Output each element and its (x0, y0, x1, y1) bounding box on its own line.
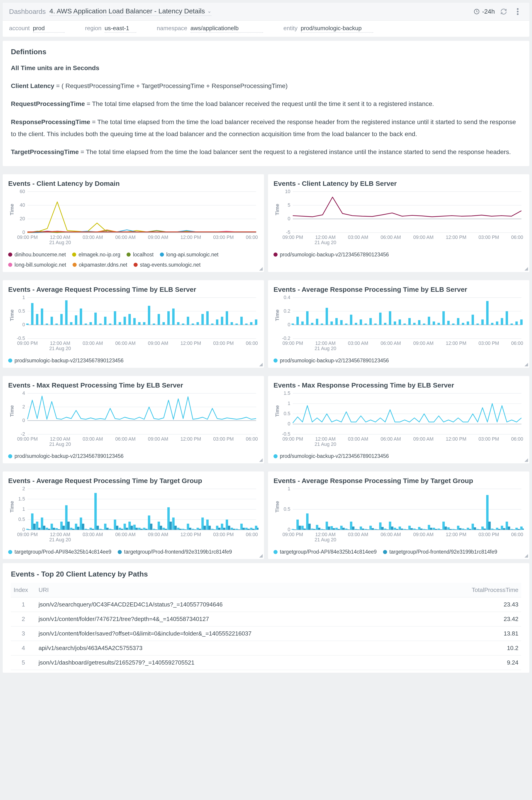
legend-item[interactable]: prod/sumologic-backup-v2/123456789012345… (8, 453, 124, 459)
svg-rect-352 (340, 526, 343, 530)
legend-item[interactable]: dinihou.bounceme.net (8, 252, 66, 258)
svg-text:12:00 PM: 12:00 PM (180, 340, 201, 346)
refresh-button[interactable] (498, 6, 509, 17)
more-menu-button[interactable] (513, 6, 523, 17)
panel-title: Events - Average Request Processing Time… (8, 477, 259, 485)
resize-handle-icon[interactable]: ◢ (259, 266, 263, 271)
svg-rect-150 (418, 320, 421, 325)
filter-account[interactable]: account prod (9, 25, 64, 33)
svg-text:-0.5: -0.5 (282, 431, 290, 436)
panel-avg-req-tg: Events - Average Request Processing Time… (3, 471, 264, 559)
svg-text:09:00 PM: 09:00 PM (17, 532, 38, 537)
svg-rect-403 (357, 529, 359, 530)
col-uri[interactable]: URI (36, 583, 428, 597)
filter-region[interactable]: region us-east-1 (85, 25, 136, 33)
svg-rect-246 (104, 524, 107, 530)
svg-text:03:00 AM: 03:00 AM (348, 436, 368, 441)
svg-rect-96 (211, 323, 214, 325)
legend-item[interactable]: long-bill.sumologic.net (8, 262, 66, 268)
legend-item[interactable]: targetgroup/Prod-API/84e325b14c814ee9 (273, 549, 377, 555)
dashboard-title-dropdown[interactable]: 4. AWS Application Load Balancer - Laten… (50, 7, 211, 16)
filter-value[interactable]: aws/applicationelb (190, 25, 263, 33)
svg-rect-250 (124, 524, 126, 530)
svg-text:21 Aug 20: 21 Aug 20 (315, 442, 336, 447)
term-def: = ( RequestProcessingTime + TargetProces… (54, 82, 287, 89)
chart[interactable]: Time-202409:00 PM12:00 AM21 Aug 2003:00 … (8, 391, 259, 449)
svg-text:06:00 PM: 06:00 PM (246, 340, 259, 346)
legend-item[interactable]: stag-events.sumologic.net (134, 262, 201, 268)
table-row[interactable]: 1json/v2/searchquery/0C43F4ACD2ED4C1A/st… (11, 597, 521, 612)
svg-point-2 (517, 11, 519, 13)
resize-handle-icon[interactable]: ◢ (525, 553, 528, 558)
filter-namespace[interactable]: namespace aws/applicationelb (157, 25, 263, 33)
legend-item[interactable]: prod/sumologic-backup-v2/123456789012345… (273, 453, 389, 459)
svg-rect-245 (99, 529, 102, 530)
table-row[interactable]: 2json/v1/content/folder/7476721/tree?dep… (11, 612, 521, 627)
resize-handle-icon[interactable]: ◢ (259, 457, 263, 462)
svg-text:1: 1 (22, 295, 25, 300)
resize-handle-icon[interactable]: ◢ (525, 457, 528, 462)
table-row[interactable]: 5json/v1/dashboard/getresults/21652579?_… (11, 655, 521, 670)
chart[interactable]: Time-5051009:00 PM12:00 AM21 Aug 2003:00… (273, 189, 524, 247)
chart[interactable]: Time020406009:00 PM12:00 AM21 Aug 2003:0… (8, 189, 259, 247)
svg-text:1.5: 1.5 (18, 497, 25, 502)
time-range-picker[interactable]: -24h (474, 8, 495, 15)
svg-rect-356 (360, 527, 362, 530)
legend-item[interactable]: prod/sumologic-backup-v2/123456789012345… (273, 357, 389, 364)
svg-text:12:00 AM: 12:00 AM (315, 436, 336, 441)
col-index[interactable]: Index (11, 583, 36, 597)
svg-rect-169 (511, 323, 513, 325)
svg-text:06:00 AM: 06:00 AM (381, 235, 401, 240)
resize-handle-icon[interactable]: ◢ (259, 361, 263, 367)
table-row[interactable]: 4api/v1/search/jobs/463A45A2C575537310.2 (11, 641, 521, 655)
chart[interactable]: Time-0.500.511.509:00 PM12:00 AM21 Aug 2… (273, 391, 524, 449)
svg-text:09:00 AM: 09:00 AM (413, 436, 434, 441)
svg-rect-293 (101, 529, 104, 530)
svg-text:1: 1 (22, 507, 25, 512)
col-time[interactable]: TotalProcessTime (428, 583, 521, 597)
filter-value[interactable]: prod (33, 25, 64, 33)
legend-item[interactable]: prod/sumologic-backup-v2/123456789012345… (8, 357, 124, 364)
legend-label: prod/sumologic-backup-v2/123456789012345… (15, 357, 124, 364)
svg-rect-289 (82, 524, 84, 530)
svg-rect-163 (481, 319, 484, 325)
chart[interactable]: Time00.511.5209:00 PM12:00 AM21 Aug 2003… (8, 486, 259, 544)
legend-item[interactable]: targetgroup/Prod-API/84e325b14c814ee9 (8, 549, 111, 555)
filter-entity[interactable]: entity prod/sumologic-backup (283, 25, 373, 33)
svg-rect-102 (240, 317, 243, 325)
svg-rect-288 (77, 527, 80, 530)
svg-text:03:00 AM: 03:00 AM (348, 340, 368, 346)
svg-rect-147 (403, 323, 406, 325)
legend-item[interactable]: elmagek.no-ip.org (72, 252, 120, 258)
legend-item[interactable]: long-api.sumologic.net (160, 252, 218, 258)
panel-title: Events - Client Latency by ELB Server (273, 180, 524, 187)
chart[interactable]: Time-0.200.20.409:00 PM12:00 AM21 Aug 20… (273, 295, 524, 353)
svg-rect-98 (221, 317, 223, 325)
chart[interactable]: Time00.5109:00 PM12:00 AM21 Aug 2003:00 … (273, 486, 524, 544)
filter-value[interactable]: prod/sumologic-backup (301, 25, 373, 33)
svg-rect-393 (308, 524, 311, 530)
panel-title: Events - Average Response Processing Tim… (273, 477, 524, 485)
table-row[interactable]: 3json/v1/content/folder/saved?offset=0&l… (11, 627, 521, 641)
svg-rect-375 (452, 529, 455, 530)
legend-item[interactable]: targetgroup/Prod-frontend/92e3199b1rc814… (383, 549, 497, 555)
svg-rect-346 (311, 529, 314, 530)
legend-swatch (273, 454, 278, 458)
legend: targetgroup/Prod-API/84e325b14c814ee9tar… (273, 549, 524, 555)
svg-rect-301 (140, 529, 143, 530)
legend-item[interactable]: prod/sumologic-backup-v2/123456789012345… (273, 252, 389, 258)
chart[interactable]: Time-0.500.5109:00 PM12:00 AM21 Aug 2003… (8, 295, 259, 353)
legend-item[interactable]: localhost (127, 252, 153, 258)
filter-value[interactable]: us-east-1 (104, 25, 136, 33)
svg-rect-241 (80, 518, 82, 530)
legend-item[interactable]: targetgroup/Prod-frontend/92e3199b1rc814… (118, 549, 232, 555)
legend-label: stag-events.sumologic.net (140, 262, 201, 268)
legend-item[interactable]: okpamaster.ddns.net (73, 262, 128, 268)
resize-handle-icon[interactable]: ◢ (525, 266, 528, 271)
resize-handle-icon[interactable]: ◢ (259, 553, 263, 558)
resize-handle-icon[interactable]: ◢ (525, 361, 528, 367)
breadcrumb-root[interactable]: Dashboards (9, 8, 46, 15)
svg-rect-79 (128, 314, 131, 325)
panel-title: Events - Top 20 Client Latency by Paths (11, 570, 521, 578)
svg-rect-312 (194, 529, 196, 530)
